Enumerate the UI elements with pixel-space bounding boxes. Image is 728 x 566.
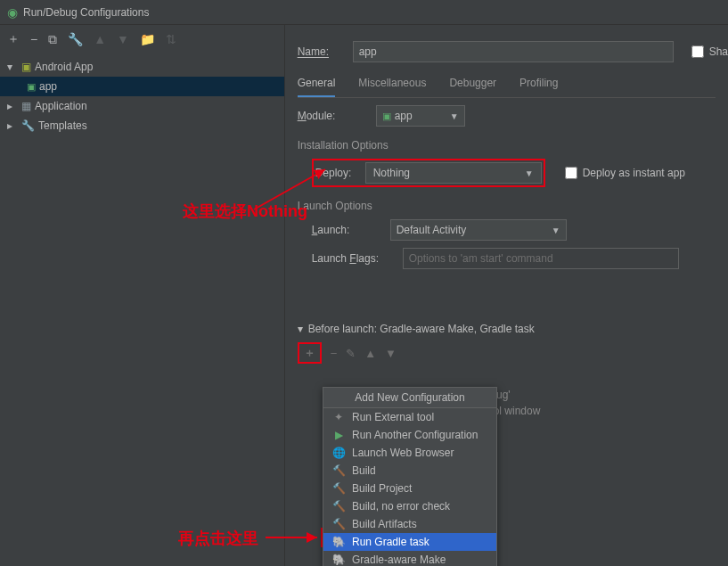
tab-miscellaneous[interactable]: Miscellaneous — [358, 73, 426, 97]
installation-header: Installation Options — [298, 139, 728, 152]
launch-flags-input[interactable] — [403, 248, 679, 269]
tabs: General Miscellaneous Debugger Profiling — [298, 73, 716, 98]
launch-value: Default Activity — [397, 224, 467, 236]
move-down-icon: ▼ — [117, 32, 129, 46]
play-icon: ▶ — [332, 429, 345, 441]
deploy-highlight: Deploy: Nothing ▼ — [312, 159, 545, 187]
chevron-down-icon: ▾ — [298, 323, 303, 335]
tree-item-application[interactable]: ▸ ▦ Application — [0, 96, 284, 116]
deploy-value: Nothing — [373, 167, 410, 179]
android-app-icon: ▣ — [27, 81, 36, 93]
gradle-icon: 🐘 — [332, 554, 345, 566]
bg-text-2: tool window — [485, 405, 716, 417]
edit-task-icon[interactable]: ✎ — [346, 347, 356, 360]
chevron-down-icon: ▼ — [552, 226, 560, 235]
name-label: Name: — [298, 45, 344, 58]
expand-arrow-icon[interactable]: ▸ — [7, 100, 18, 112]
globe-icon: 🌐 — [332, 447, 345, 459]
gradle-icon: 🐘 — [332, 536, 345, 548]
launch-select[interactable]: Default Activity ▼ — [390, 219, 567, 241]
remove-config-icon[interactable]: − — [30, 32, 37, 46]
tab-debugger[interactable]: Debugger — [449, 73, 496, 97]
popup-item-run-gradle-task[interactable]: 🐘Run Gradle task — [323, 533, 496, 551]
title-bar: ◉ Run/Debug Configurations — [0, 0, 728, 25]
tree-label: app — [39, 80, 57, 93]
popup-item-another-config[interactable]: ▶Run Another Configuration — [323, 426, 496, 444]
add-config-icon[interactable]: ＋ — [7, 31, 20, 47]
chevron-down-icon: ▼ — [525, 168, 534, 178]
tree-label: Application — [35, 100, 87, 112]
tab-general[interactable]: General — [298, 73, 336, 97]
share-label: Sha — [709, 45, 728, 58]
tree-item-app[interactable]: ▣ app — [0, 77, 284, 96]
remove-task-icon[interactable]: − — [331, 347, 338, 360]
deploy-select[interactable]: Nothing ▼ — [365, 162, 542, 184]
chevron-down-icon: ▼ — [450, 111, 459, 121]
tree-item-android-app[interactable]: ▾ ▣ Android App — [0, 57, 284, 77]
popup-item-build-artifacts[interactable]: 🔨Build Artifacts — [323, 515, 496, 533]
settings-icon[interactable]: 🔧 — [68, 32, 83, 46]
add-config-popup: Add New Configuration ✦Run External tool… — [323, 387, 497, 566]
expand-arrow-icon[interactable]: ▸ — [7, 119, 18, 132]
wrench-icon: ✦ — [332, 411, 345, 423]
config-toolbar: ＋ − ⧉ 🔧 ▲ ▼ 📁 ⇅ — [0, 25, 284, 53]
hammer-icon: 🔨 — [332, 518, 345, 530]
window-title: Run/Debug Configurations — [23, 6, 149, 19]
popup-item-build[interactable]: 🔨Build — [323, 462, 496, 480]
instant-app-checkbox[interactable] — [565, 167, 577, 179]
templates-icon: 🔧 — [21, 119, 35, 132]
copy-config-icon[interactable]: ⧉ — [48, 32, 57, 47]
popup-item-external-tool[interactable]: ✦Run External tool — [323, 408, 496, 426]
move-up-task-icon: ▲ — [364, 347, 376, 360]
move-up-icon: ▲ — [94, 32, 106, 46]
application-icon: ▦ — [21, 100, 31, 112]
hammer-icon: 🔨 — [332, 500, 345, 513]
before-launch-toolbar: ＋ − ✎ ▲ ▼ — [298, 342, 716, 364]
instant-app-label: Deploy as instant app — [583, 167, 685, 179]
expand-arrow-icon[interactable]: ▾ — [7, 61, 18, 73]
add-task-button[interactable]: ＋ — [298, 342, 322, 364]
tab-profiling[interactable]: Profiling — [519, 73, 558, 97]
left-panel: ＋ − ⧉ 🔧 ▲ ▼ 📁 ⇅ ▾ ▣ Android App ▣ app ▸ … — [0, 25, 285, 566]
launch-flags-label: Launch Flags: — [312, 252, 392, 265]
config-tree: ▾ ▣ Android App ▣ app ▸ ▦ Application ▸ … — [0, 53, 284, 139]
name-input[interactable] — [353, 41, 674, 62]
hammer-icon: 🔨 — [332, 464, 345, 477]
move-down-task-icon: ▼ — [385, 347, 397, 360]
module-label: MModule:odule: — [298, 110, 365, 122]
folder-add-icon[interactable]: 📁 — [140, 32, 155, 46]
popup-item-build-noerr[interactable]: 🔨Build, no error check — [323, 497, 496, 515]
module-value: app — [395, 110, 413, 122]
launch-label: Launch: — [312, 224, 380, 236]
module-select[interactable]: ▣app ▼ — [376, 105, 465, 127]
popup-item-gradle-make[interactable]: 🐘Gradle-aware Make — [323, 551, 496, 566]
android-robot-icon: ◉ — [7, 5, 18, 20]
share-checkbox[interactable] — [691, 45, 704, 58]
popup-item-web-browser[interactable]: 🌐Launch Web Browser — [323, 444, 496, 462]
before-launch-header[interactable]: ▾ Before launch: Gradle-aware Make, Grad… — [298, 323, 716, 335]
deploy-label: Deploy: — [315, 167, 360, 179]
expand-icon: ⇅ — [166, 32, 176, 46]
tree-label: Android App — [35, 61, 93, 73]
before-launch-label: Before launch: Gradle-aware Make, Gradle… — [308, 323, 535, 335]
tree-label: Templates — [38, 119, 87, 132]
launch-header: Launch Options — [298, 200, 728, 212]
popup-title: Add New Configuration — [323, 388, 496, 408]
popup-item-build-project[interactable]: 🔨Build Project — [323, 480, 496, 497]
tree-item-templates[interactable]: ▸ 🔧 Templates — [0, 116, 284, 135]
module-app-icon: ▣ — [382, 111, 391, 122]
android-icon: ▣ — [21, 61, 31, 73]
bg-text-1: ebug' — [485, 389, 716, 401]
hammer-icon: 🔨 — [332, 482, 345, 495]
